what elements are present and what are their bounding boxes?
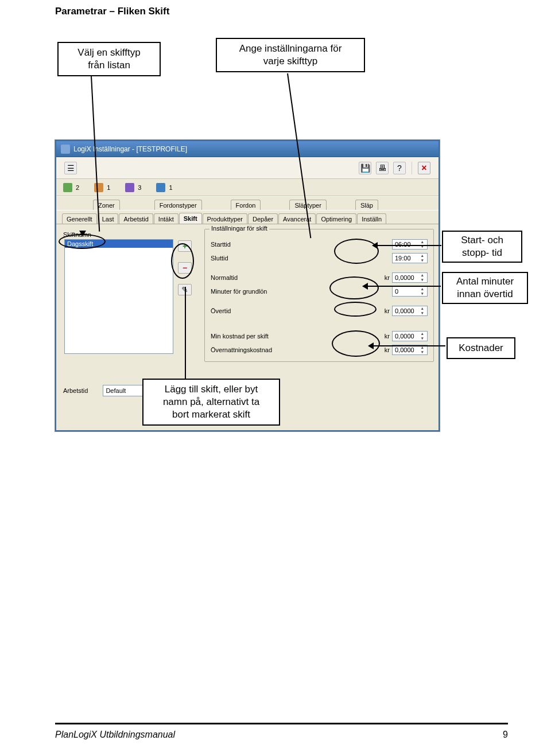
- highlight-oval: [171, 243, 194, 279]
- tab-optimering[interactable]: Optimering: [316, 213, 356, 224]
- toolbar: ☰ 💾 🖶 ? ×: [56, 157, 439, 179]
- arrow-head: [368, 342, 374, 349]
- tab-fordon[interactable]: Fordon: [231, 200, 261, 210]
- callout-start-stop: Start- och stopp- tid: [442, 231, 522, 263]
- callout-line: från listan: [88, 60, 130, 71]
- arrow-line: [185, 287, 186, 379]
- unit-kr: kr: [382, 333, 392, 340]
- callout-line: Lägg till skift, eller byt: [165, 384, 258, 395]
- arrow-line: [377, 245, 441, 246]
- arrow-line: [367, 286, 441, 287]
- tab-fordonstyper[interactable]: Fordonstyper: [154, 200, 202, 210]
- callout-line: bort markerat skift: [172, 409, 250, 420]
- shift-list[interactable]: Dagsskift: [64, 239, 173, 354]
- callout-minutes-overtime: Antal minuter innan övertid: [442, 272, 528, 304]
- count-value: 1: [169, 184, 172, 191]
- callout-line: Antal minuter: [456, 276, 514, 287]
- callout-add-rename-remove: Lägg till skift, eller byt namn på, alte…: [142, 379, 280, 426]
- callout-line: Start- och: [461, 235, 503, 245]
- arrow-head: [362, 283, 368, 290]
- minuter-input[interactable]: 0▴▾: [392, 286, 428, 297]
- normaltid-input[interactable]: 0,0000▴▾: [392, 272, 428, 283]
- count-icon: [156, 183, 165, 192]
- tab-last[interactable]: Last: [98, 213, 119, 224]
- arrow-line: [373, 345, 445, 346]
- callout-line: varje skifttyp: [263, 56, 317, 67]
- tabs-row-2: Generellt Last Arbetstid Intäkt Skift Pr…: [56, 210, 439, 224]
- footer-page: 9: [503, 730, 508, 740]
- callout-line: Ange inställningarna för: [239, 43, 342, 54]
- tab-depaer[interactable]: Depåer: [248, 213, 278, 224]
- tab-generellt[interactable]: Generellt: [62, 213, 97, 224]
- tab-produkttyper[interactable]: Produkttyper: [203, 213, 247, 224]
- print-button[interactable]: 🖶: [376, 162, 389, 174]
- group-legend: Inställningar för skift: [209, 225, 269, 232]
- tab-intakt[interactable]: Intäkt: [154, 213, 179, 224]
- shift-settings-group: Inställningar för skift Starttid 06:00▴▾…: [204, 229, 434, 362]
- close-button[interactable]: ×: [418, 162, 430, 174]
- callout-line: innan övertid: [457, 289, 513, 299]
- count-value: 1: [107, 184, 110, 191]
- tab-skift[interactable]: Skift: [179, 213, 202, 224]
- callout-costs: Kostnader: [447, 337, 515, 359]
- unit-kr: kr: [382, 307, 392, 314]
- arrow-head: [79, 231, 86, 236]
- callout-line: Välj en skifftyp: [77, 47, 140, 58]
- highlight-oval: [329, 276, 379, 299]
- count-value: 3: [138, 184, 141, 191]
- overtid-input[interactable]: 0,0000▴▾: [392, 306, 428, 316]
- tab-arbetstid[interactable]: Arbetstid: [119, 213, 153, 224]
- tab-slap[interactable]: Släp: [355, 200, 378, 210]
- app-icon: [61, 145, 70, 154]
- count-bar: 2 1 3 1: [56, 179, 439, 196]
- help-button[interactable]: ?: [393, 162, 406, 174]
- page-heading: Parametrar – Fliken Skift: [55, 6, 169, 17]
- highlight-oval: [334, 302, 377, 317]
- footer-title: PlanLogiX Utbildningsmanual: [55, 730, 175, 740]
- save-button[interactable]: 💾: [359, 162, 371, 174]
- unit-kr: kr: [382, 274, 392, 281]
- callout-select-shift-type: Välj en skifftyp från listan: [57, 42, 161, 76]
- count-icon: [63, 183, 72, 192]
- unit-kr: kr: [382, 346, 392, 353]
- count-value: 2: [76, 184, 79, 191]
- footer-rule: [55, 723, 508, 724]
- callout-line: stopp- tid: [462, 247, 502, 258]
- toolbar-button[interactable]: ☰: [64, 162, 77, 174]
- tab-installn[interactable]: Inställn: [357, 213, 386, 224]
- tab-avancerat[interactable]: Avancerat: [278, 213, 316, 224]
- starttid-input[interactable]: 06:00▴▾: [392, 239, 428, 250]
- titlebar: LogiX Inställningar - [TESTPROFILE]: [56, 141, 439, 157]
- arrow-head: [372, 242, 378, 249]
- sluttid-input[interactable]: 19:00▴▾: [392, 253, 428, 263]
- callout-settings-per-type: Ange inställningarna för varje skifttyp: [216, 38, 365, 72]
- count-icon: [94, 183, 103, 192]
- callout-line: namn på, alternativt ta: [163, 396, 259, 407]
- tabs-row-1: Zoner Fordonstyper Fordon Släptyper Släp: [56, 196, 439, 210]
- callout-line: Kostnader: [459, 342, 503, 353]
- arbetstid-label: Arbetstid: [63, 387, 88, 394]
- count-icon: [125, 183, 134, 192]
- window-title: LogiX Inställningar - [TESTPROFILE]: [73, 145, 187, 153]
- tab-slaptyper[interactable]: Släptyper: [289, 200, 326, 210]
- minkost-input[interactable]: 0,0000▴▾: [392, 331, 428, 341]
